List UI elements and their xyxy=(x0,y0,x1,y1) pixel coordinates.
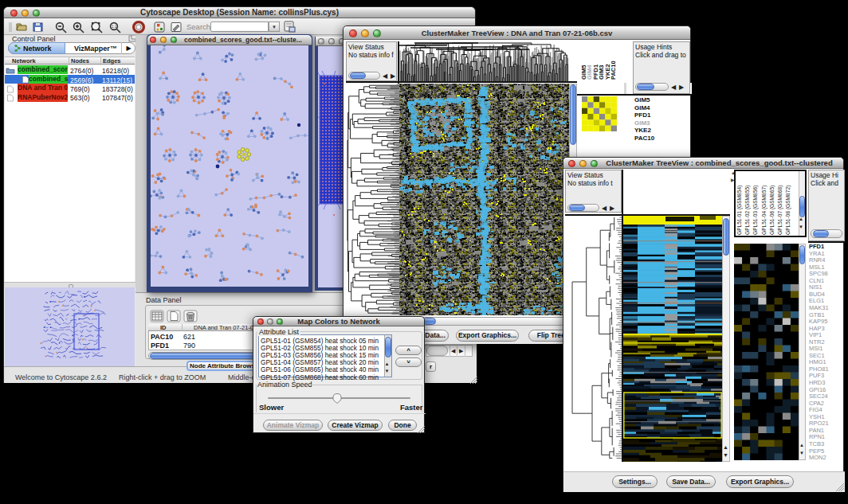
svg-text:1:1: 1:1 xyxy=(112,25,117,29)
